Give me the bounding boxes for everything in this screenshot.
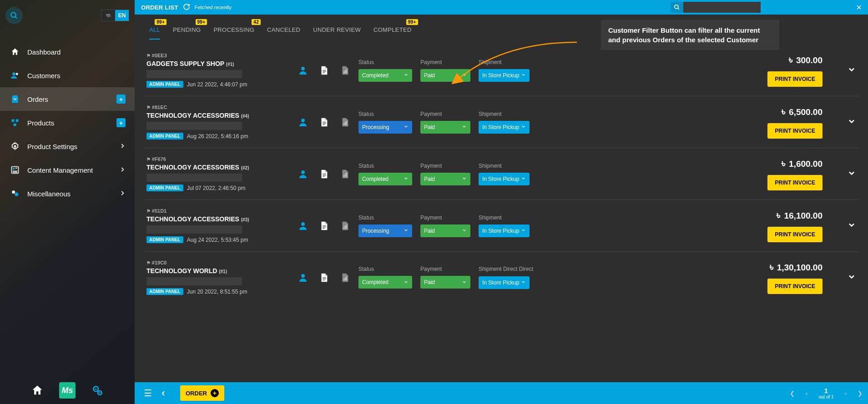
back-icon[interactable]: ‹	[156, 387, 171, 399]
status-select[interactable]: Completed	[358, 276, 412, 289]
payment-select[interactable]: Paid	[420, 224, 470, 237]
tab-completed[interactable]: COMPLETED99+	[373, 26, 412, 40]
print-invoice-button[interactable]: PRINT INVOICE	[767, 123, 823, 139]
svg-rect-9	[13, 168, 15, 170]
status-select[interactable]: Completed	[358, 69, 412, 82]
sidebar-item-product-settings[interactable]: Product Settings	[0, 135, 135, 158]
sidebar-item-miscellaneous[interactable]: Miscellaneous	[0, 182, 135, 205]
svg-rect-50	[323, 277, 326, 278]
sidebar-item-content-management[interactable]: Content Management	[0, 158, 135, 182]
shipment-select[interactable]: In Store Pickup	[479, 224, 530, 237]
new-order-button[interactable]: ORDER +	[180, 385, 224, 401]
svg-point-42	[301, 222, 305, 226]
print-invoice-button[interactable]: PRINT INVOICE	[767, 175, 823, 190]
order-phone-placeholder	[146, 122, 242, 130]
payment-select[interactable]: Paid	[420, 173, 470, 185]
tab-pending[interactable]: PENDING99+	[173, 26, 201, 40]
shipment-select[interactable]: In Store Pickup	[479, 69, 530, 82]
status-select[interactable]: Completed	[358, 173, 412, 185]
menu-icon[interactable]: ☰	[140, 388, 156, 399]
refresh-icon[interactable]	[183, 3, 190, 12]
svg-rect-6	[14, 124, 16, 126]
svg-rect-26	[345, 70, 346, 73]
svg-rect-34	[346, 121, 347, 125]
document-icon[interactable]	[318, 272, 329, 283]
report-icon[interactable]	[339, 169, 350, 180]
report-icon[interactable]	[339, 65, 350, 76]
add-order-icon[interactable]: +	[116, 95, 126, 104]
payment-label: Payment	[420, 111, 470, 117]
shipment-label: Shipment	[479, 214, 530, 221]
add-product-icon[interactable]: +	[116, 118, 126, 127]
svg-point-18	[99, 392, 101, 394]
expand-icon[interactable]	[847, 117, 856, 128]
expand-icon[interactable]	[847, 220, 856, 231]
search-input[interactable]	[683, 2, 761, 13]
tab-under-review[interactable]: UNDER REVIEW	[313, 26, 361, 40]
status-select[interactable]: Processing	[358, 121, 412, 134]
prev-page-icon[interactable]: ‹	[806, 390, 807, 397]
page-title: ORDER LIST	[141, 4, 178, 11]
report-icon[interactable]	[339, 272, 350, 283]
tab-all[interactable]: ALL99+	[149, 26, 160, 40]
order-row: #0EE3 GADGETS SUPPLY SHOP (#1) ADMIN PAN…	[144, 45, 859, 96]
print-invoice-button[interactable]: PRINT INVOICE	[767, 279, 823, 294]
document-icon[interactable]	[318, 220, 329, 231]
svg-rect-46	[343, 226, 344, 229]
order-date: Aug 24 2022, 5:53:45 pm	[187, 237, 248, 243]
svg-rect-53	[343, 278, 344, 280]
next-page-icon[interactable]: ›	[845, 390, 847, 397]
order-row: #19C0 TECHNOLOGY WORLD (#1) ADMIN PANEL …	[144, 252, 859, 303]
customer-filter-icon[interactable]	[298, 272, 308, 283]
customer-filter-icon[interactable]	[298, 169, 308, 180]
tooltip: Customer Filter Button can filter all th…	[601, 20, 779, 50]
last-page-icon[interactable]: ❯	[858, 390, 863, 397]
expand-icon[interactable]	[847, 272, 856, 283]
svg-rect-41	[346, 173, 347, 177]
svg-rect-22	[323, 70, 326, 70]
sidebar-item-products[interactable]: Products +	[0, 111, 135, 135]
sidebar-item-dashboard[interactable]: Dashboard	[0, 40, 135, 64]
svg-rect-37	[323, 175, 326, 175]
lang-en[interactable]: EN	[115, 10, 129, 21]
chevron-right-icon	[119, 190, 126, 198]
payment-select[interactable]: Paid	[420, 121, 470, 134]
sidebar-item-customers[interactable]: Customers	[0, 64, 135, 87]
first-page-icon[interactable]: ❮	[790, 390, 795, 397]
document-icon[interactable]	[318, 65, 329, 76]
brand-badge[interactable]: Ms	[59, 382, 76, 399]
status-label: Status	[358, 163, 412, 169]
search-icon[interactable]	[671, 2, 683, 13]
print-invoice-button[interactable]: PRINT INVOICE	[767, 227, 823, 242]
lang-bn[interactable]: বাং	[101, 10, 115, 21]
customer-filter-icon[interactable]	[298, 65, 308, 76]
sidebar-item-label: Orders	[27, 95, 48, 103]
order-id: #81EC	[146, 105, 289, 110]
print-invoice-button[interactable]: PRINT INVOICE	[767, 71, 823, 87]
shipment-select[interactable]: In Store Pickup	[479, 173, 530, 185]
expand-icon[interactable]	[847, 65, 856, 76]
report-icon[interactable]	[339, 117, 350, 128]
sidebar-item-orders[interactable]: Orders +	[0, 87, 135, 111]
payment-select[interactable]: Paid	[420, 69, 470, 82]
settings-button[interactable]	[89, 382, 106, 399]
expand-icon[interactable]	[847, 169, 856, 180]
tab-canceled[interactable]: CANCELED	[267, 26, 300, 40]
search-field[interactable]	[671, 2, 761, 13]
payment-select[interactable]: Paid	[420, 276, 470, 289]
language-toggle[interactable]: বাং EN	[101, 10, 129, 21]
close-icon[interactable]: ×	[856, 2, 862, 13]
customer-filter-icon[interactable]	[298, 220, 308, 231]
shipment-select[interactable]: In Store Pickup	[479, 276, 530, 289]
document-icon[interactable]	[318, 117, 329, 128]
home-button[interactable]	[29, 382, 45, 399]
badge: 99+	[196, 19, 207, 25]
order-id: #19C0	[146, 260, 289, 265]
document-icon[interactable]	[318, 169, 329, 180]
status-select[interactable]: Processing	[358, 224, 412, 237]
report-icon[interactable]	[339, 220, 350, 231]
customer-filter-icon[interactable]	[298, 117, 308, 128]
shipment-select[interactable]: In Store Pickup	[479, 121, 530, 134]
tab-processing[interactable]: PROCESSING42	[213, 26, 254, 40]
search-icon[interactable]	[5, 7, 23, 24]
